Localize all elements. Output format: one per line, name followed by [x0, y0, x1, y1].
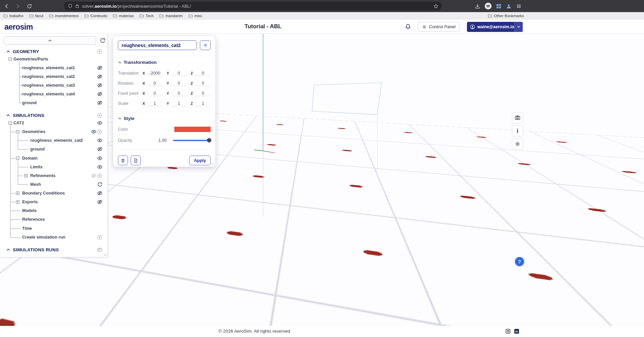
chevron-up-icon[interactable] [6, 248, 10, 252]
tree-item-roughness-elements-cat3[interactable]: roughness_elements_cat3 [0, 81, 108, 90]
translation-x-input[interactable] [147, 71, 163, 76]
add-simulation-button[interactable] [97, 113, 102, 118]
bookmark-star-button[interactable] [433, 4, 438, 9]
bookmark-folder-tech[interactable]: Tech [139, 13, 154, 18]
opacity-slider-knob[interactable] [207, 138, 211, 142]
viewport-settings-button[interactable] [512, 138, 523, 150]
visibility-toggle[interactable] [97, 100, 102, 106]
bookmark-folder-materias[interactable]: materias [113, 13, 134, 18]
visibility-toggle[interactable] [97, 120, 102, 126]
aerosim-logo[interactable]: aerosim [4, 23, 33, 32]
fixed-point-y-input[interactable] [171, 91, 186, 96]
instagram-link[interactable] [505, 329, 511, 334]
visibility-toggle[interactable] [97, 156, 102, 161]
linkedin-link[interactable] [514, 329, 519, 334]
browser-profile-button[interactable] [506, 3, 512, 9]
scale-z-input[interactable] [195, 101, 211, 106]
element-name-input[interactable] [118, 40, 197, 50]
minus-box-icon[interactable] [16, 157, 19, 160]
info-button[interactable] [512, 125, 523, 136]
bookmark-folder-investimentos[interactable]: investimentos [49, 13, 79, 18]
tree-item-boundary-conditions[interactable]: Boundary Conditions [0, 189, 108, 198]
fixed-point-x-input[interactable] [147, 91, 163, 96]
visibility-toggle[interactable] [97, 138, 102, 143]
apply-button[interactable]: Apply [189, 156, 211, 165]
scale-x-input[interactable] [147, 101, 163, 106]
close-panel-button[interactable] [200, 40, 211, 50]
browser-menu-button[interactable] [516, 3, 522, 9]
bookmark-folder-mandarim[interactable]: mandarim [159, 13, 182, 18]
visibility-toggle[interactable] [97, 199, 102, 205]
delete-element-button[interactable] [118, 156, 128, 165]
chevron-up-icon[interactable] [6, 49, 10, 54]
plus-box-icon[interactable] [16, 192, 19, 195]
back-button[interactable] [1, 1, 11, 11]
style-section-header[interactable]: Style [118, 116, 211, 121]
plus-box-icon[interactable] [16, 200, 19, 204]
notifications-button[interactable] [405, 23, 412, 30]
w-extension-icon[interactable]: W [485, 3, 491, 9]
bookmark-folder-misc[interactable]: misc [188, 13, 203, 18]
visibility-toggle[interactable] [97, 146, 102, 152]
tree-item-domain[interactable]: Domain [0, 154, 108, 163]
tree-item-roughness-elements-cat1[interactable]: roughness_elements_cat1 [0, 64, 108, 72]
create-simulation-run-button[interactable] [97, 235, 102, 240]
tree-item-sim-roughness-elements-cat2[interactable]: roughness_elements_cat2 [0, 136, 108, 145]
tree-item-cat2[interactable]: CAT2 [0, 119, 108, 127]
plus-box-icon[interactable] [24, 174, 28, 178]
chevron-up-icon[interactable] [6, 113, 10, 118]
other-bookmarks[interactable]: Other Bookmarks [488, 13, 524, 18]
url-bar[interactable]: solver.aerosim.io/project/waineaerosimio… [64, 2, 442, 10]
opacity-slider[interactable] [173, 140, 211, 141]
bookmark-folder-facul[interactable]: facul [29, 13, 43, 18]
tree-item-sim-geometries[interactable]: Geometries [0, 127, 108, 136]
screenshot-button[interactable] [512, 112, 523, 123]
bookmark-folder-conteudo[interactable]: Conteudo [84, 13, 107, 18]
open-runs-panel-button[interactable] [97, 247, 102, 252]
duplicate-element-button[interactable] [131, 156, 141, 165]
forward-button[interactable] [13, 1, 23, 11]
user-menu-button[interactable]: waine@aerosim.io [467, 22, 523, 32]
visibility-toggle[interactable] [97, 83, 102, 88]
visibility-toggle[interactable] [97, 91, 102, 97]
scale-y-input[interactable] [171, 101, 186, 106]
sidebar-resize-handle[interactable] [103, 253, 107, 256]
add-geometry-button[interactable] [97, 49, 102, 54]
tree-item-ground[interactable]: ground [0, 98, 108, 107]
tree-item-sim-ground[interactable]: ground [0, 145, 108, 154]
panel-resize-handle[interactable] [211, 162, 214, 165]
minus-box-icon[interactable] [8, 121, 12, 125]
fixed-point-z-input[interactable] [195, 91, 211, 96]
extensions-button[interactable] [496, 3, 502, 9]
tree-refresh-button[interactable] [100, 37, 107, 44]
tree-item-limits[interactable]: Limits [0, 163, 108, 171]
transformation-section-header[interactable]: Transformation [118, 60, 211, 65]
minus-box-icon[interactable] [16, 130, 19, 134]
tree-item-roughness-elements-cat2[interactable]: roughness_elements_cat2 [0, 72, 108, 81]
user-menu-chevron[interactable] [514, 22, 523, 32]
translation-y-input[interactable] [171, 71, 186, 76]
tree-item-time[interactable]: Time [0, 224, 108, 233]
tree-item-refinements[interactable]: Refinements [0, 171, 108, 180]
add-refinement-button[interactable] [97, 173, 102, 178]
help-button[interactable]: ? [515, 257, 524, 266]
tree-item-create-simulation-run[interactable]: Create simulation run [0, 233, 108, 242]
tree-item-references[interactable]: References [0, 215, 108, 224]
add-sim-geometry-button[interactable] [97, 129, 102, 134]
tree-item-mesh[interactable]: Mesh [0, 180, 108, 189]
reload-button[interactable] [24, 1, 34, 11]
downloads-button[interactable] [475, 3, 480, 9]
visibility-toggle[interactable] [91, 129, 96, 134]
rotation-y-input[interactable] [171, 81, 186, 86]
visibility-toggle[interactable] [97, 164, 102, 170]
bookmark-folder-trabalho[interactable]: trabalho [3, 13, 24, 18]
visibility-toggle[interactable] [97, 191, 102, 196]
minus-box-icon[interactable] [8, 57, 12, 61]
translation-z-input[interactable] [195, 71, 211, 76]
color-swatch[interactable] [174, 127, 211, 132]
tree-item-models[interactable]: Models [0, 206, 108, 215]
visibility-toggle[interactable] [91, 173, 96, 178]
tree-collapse-bar[interactable] [3, 36, 96, 45]
visibility-toggle[interactable] [97, 74, 102, 79]
tree-item-exports[interactable]: Exports [0, 198, 108, 206]
